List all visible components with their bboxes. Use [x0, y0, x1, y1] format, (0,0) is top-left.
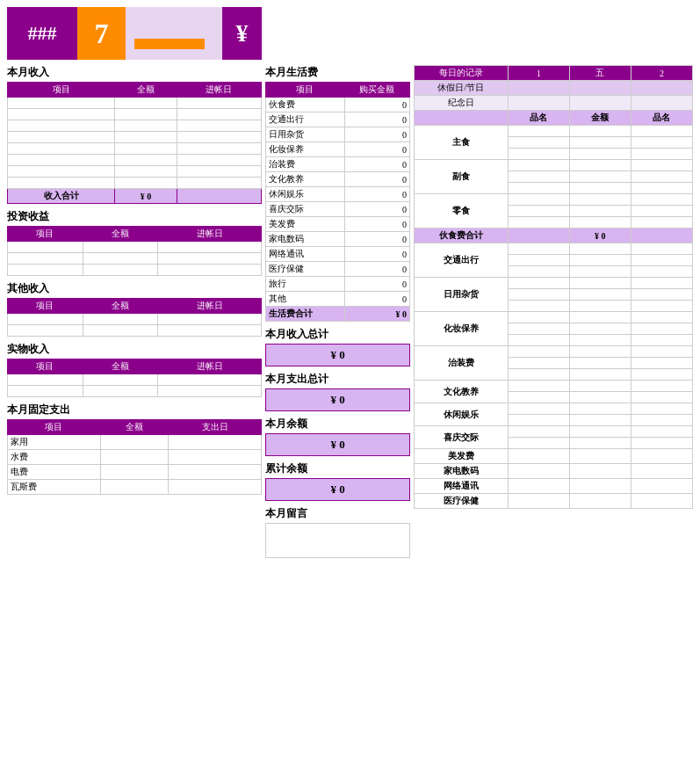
daily-data-1 — [508, 160, 569, 171]
table-row — [8, 155, 262, 166]
daily-subtotal-label: 伙食费合计 — [415, 229, 509, 243]
daily-subtotal-row: 伙食费合计 ¥ 0 — [415, 229, 693, 243]
expense-row: 日用杂货0 — [266, 127, 410, 142]
investment-income-title: 投资收益 — [7, 209, 262, 224]
daily-data-2 — [569, 335, 631, 346]
table-row: 水费 — [8, 450, 262, 465]
expense-item-name: 其他 — [266, 292, 345, 307]
expense-item-value: 0 — [344, 232, 409, 247]
expense-item-value: 0 — [344, 217, 409, 232]
daily-data-3 — [631, 403, 692, 415]
holiday-row: 休假日/节日 — [415, 81, 693, 96]
inv-col-date: 进帐日 — [158, 227, 262, 242]
expense-item-value: 0 — [344, 277, 409, 292]
daily-data-3 — [631, 358, 692, 369]
expense-summary-label: 生活费合计 — [266, 307, 345, 322]
daily-data-3 — [631, 464, 692, 479]
daily-data-3 — [631, 438, 692, 449]
daily-data-2 — [569, 415, 631, 426]
real-income-title: 实物收入 — [7, 342, 262, 357]
fixed-expense-table: 项目 全额 支出日 家用 水费 电费 瓦斯 — [7, 419, 262, 495]
expense-item-value: 0 — [344, 142, 409, 157]
real-col-amount: 全额 — [83, 359, 158, 374]
table-row — [8, 253, 262, 265]
expense-item-value: 0 — [344, 292, 409, 307]
daily-data-3 — [631, 266, 692, 278]
expense-row: 文化教养0 — [266, 172, 410, 187]
table-row — [8, 374, 262, 386]
daily-data-3 — [631, 278, 692, 289]
expense-item-name: 医疗保健 — [266, 262, 345, 277]
expense-row: 伙食费0 — [266, 98, 410, 112]
monthly-income-table: 项目 全额 进帐日 收入合计 ¥ 0 — [7, 82, 262, 204]
expense-row: 化妆保养0 — [266, 142, 410, 157]
expense-item-name: 交通出行 — [266, 112, 345, 127]
fixed-item-electric: 电费 — [8, 465, 101, 480]
daily-row: 治装费 — [415, 346, 693, 358]
expense-item-value: 0 — [344, 98, 409, 112]
monthly-note-label: 本月留言 — [265, 506, 410, 521]
daily-data-1 — [508, 217, 569, 229]
daily-data-2 — [569, 381, 631, 392]
fixed-item-gas: 瓦斯费 — [8, 480, 101, 495]
daily-data-1 — [508, 449, 569, 464]
income-col-item: 项目 — [8, 83, 115, 98]
income-summary-row: 收入合计 ¥ 0 — [8, 189, 262, 204]
daily-data-1 — [508, 335, 569, 346]
daily-data-2 — [569, 137, 631, 149]
expense-item-name: 化妆保养 — [266, 142, 345, 157]
other-income-table: 项目 全额 进帐日 — [7, 298, 262, 337]
daily-data-3 — [631, 255, 692, 266]
monthly-note-area[interactable] — [265, 523, 410, 558]
fixed-item-jiayong: 家用 — [8, 435, 101, 450]
other-col-item: 项目 — [8, 299, 83, 314]
daily-data-2 — [569, 243, 631, 255]
daily-data-2 — [569, 217, 631, 229]
daily-row: 副食 — [415, 160, 693, 171]
daily-data-3 — [631, 289, 692, 301]
daily-data-3 — [631, 415, 692, 426]
holiday-label: 休假日/节日 — [415, 81, 509, 96]
expense-row: 网络通讯0 — [266, 247, 410, 262]
header-bar: ### 7 ¥ — [7, 7, 262, 60]
daily-data-3 — [631, 312, 692, 323]
daily-data-1 — [508, 358, 569, 369]
monthly-expense-total-value: ¥ 0 — [265, 388, 410, 411]
daily-data-1 — [508, 438, 569, 449]
daily-row: 美发费 — [415, 449, 693, 464]
monthly-income-total-value: ¥ 0 — [265, 344, 410, 366]
daily-cat-label: 副食 — [415, 160, 509, 194]
real-income-table: 项目 全额 进帐日 — [7, 359, 262, 397]
daily-data-1 — [508, 194, 569, 206]
daily-cat-label: 美发费 — [415, 449, 509, 464]
daily-cat-label: 喜庆交际 — [415, 426, 509, 449]
daily-data-1 — [508, 426, 569, 438]
daily-data-2 — [569, 194, 631, 206]
daily-data-2 — [569, 149, 631, 160]
col-header-row: 品名 金额 品名 — [415, 111, 693, 126]
table-row: 瓦斯费 — [8, 480, 262, 495]
table-row — [8, 98, 262, 109]
income-summary-label: 收入合计 — [8, 189, 115, 204]
daily-cat-label: 零食 — [415, 194, 509, 229]
expense-item-value: 0 — [344, 187, 409, 202]
daily-cat-label: 日用杂货 — [415, 278, 509, 312]
daily-data-2 — [569, 312, 631, 323]
daily-data-3 — [631, 392, 692, 403]
daily-row: 网络通讯 — [415, 479, 693, 494]
daily-data-1 — [508, 403, 569, 415]
daily-row: 休闲娱乐 — [415, 403, 693, 415]
expense-item-value: 0 — [344, 157, 409, 172]
daily-data-2 — [569, 323, 631, 335]
daily-subtotal-value3 — [631, 229, 692, 243]
fixed-expense-title: 本月固定支出 — [7, 403, 262, 417]
expense-summary-row: 生活费合计¥ 0 — [266, 307, 410, 322]
daily-data-3 — [631, 137, 692, 149]
daily-row: 医疗保健 — [415, 494, 693, 509]
daily-cat-label: 文化教养 — [415, 381, 509, 403]
expense-item-name: 喜庆交际 — [266, 202, 345, 217]
anniversary-row: 纪念日 — [415, 96, 693, 111]
table-row — [8, 109, 262, 120]
daily-data-1 — [508, 392, 569, 403]
daily-cat-label: 主食 — [415, 126, 509, 160]
